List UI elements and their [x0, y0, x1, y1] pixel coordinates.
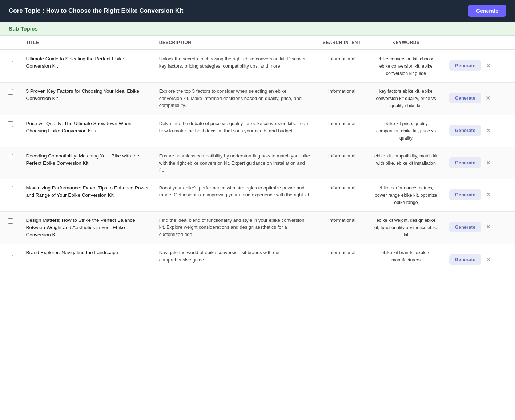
row-checkbox-2[interactable] — [8, 121, 13, 127]
col-header-keywords: KEYWORDS — [368, 36, 444, 50]
row-intent-3: Informational — [315, 147, 368, 179]
row-description-5: Find the ideal blend of functionality an… — [154, 211, 316, 244]
row-actions-2: Generate ✕ — [444, 115, 515, 147]
row-generate-button-4[interactable]: Generate — [449, 189, 481, 200]
table-row: Price vs. Quality: The Ultimate Showdown… — [0, 115, 515, 147]
row-generate-button-1[interactable]: Generate — [449, 93, 481, 103]
row-intent-4: Informational — [315, 179, 368, 211]
row-delete-button-2[interactable]: ✕ — [483, 127, 493, 135]
row-keywords-3: ebike kit compatibility, match kit with … — [368, 147, 444, 179]
row-generate-button-0[interactable]: Generate — [449, 60, 481, 71]
row-intent-2: Informational — [315, 115, 368, 147]
row-intent-0: Informational — [315, 50, 368, 83]
row-actions-0: Generate ✕ — [444, 50, 515, 83]
row-title-3: Decoding Compatibility: Matching Your Bi… — [21, 147, 154, 179]
row-delete-button-6[interactable]: ✕ — [483, 256, 493, 264]
row-keywords-6: ebike kit brands, explore manufacturers — [368, 244, 444, 270]
row-actions-6: Generate ✕ — [444, 244, 515, 270]
row-checkbox-cell — [0, 50, 21, 83]
col-header-search-intent: SEARCH INTENT — [315, 36, 368, 50]
table-row: Ultimate Guide to Selecting the Perfect … — [0, 50, 515, 83]
table-body: Ultimate Guide to Selecting the Perfect … — [0, 50, 515, 270]
row-description-4: Boost your ebike's performance with stra… — [154, 179, 316, 211]
table-row: Decoding Compatibility: Matching Your Bi… — [0, 147, 515, 179]
row-intent-5: Informational — [315, 211, 368, 244]
row-delete-button-5[interactable]: ✕ — [483, 223, 493, 231]
row-actions-3: Generate ✕ — [444, 147, 515, 179]
topics-table-wrapper: TITLE DESCRIPTION SEARCH INTENT KEYWORDS… — [0, 36, 515, 270]
topics-table: TITLE DESCRIPTION SEARCH INTENT KEYWORDS… — [0, 36, 515, 270]
row-checkbox-1[interactable] — [8, 89, 13, 95]
table-row: Design Matters: How to Strike the Perfec… — [0, 211, 515, 244]
row-title-1: 5 Proven Key Factors for Choosing Your I… — [21, 83, 154, 115]
col-header-checkbox — [0, 36, 21, 50]
row-generate-button-5[interactable]: Generate — [449, 222, 481, 232]
row-delete-button-3[interactable]: ✕ — [483, 159, 493, 167]
row-description-0: Unlock the secrets to choosing the right… — [154, 50, 316, 83]
row-generate-button-3[interactable]: Generate — [449, 157, 481, 168]
row-delete-button-4[interactable]: ✕ — [483, 191, 493, 199]
row-keywords-0: ebike conversion kit, choose ebike conve… — [368, 50, 444, 83]
row-intent-1: Informational — [315, 83, 368, 115]
row-delete-button-1[interactable]: ✕ — [483, 94, 493, 102]
row-actions-5: Generate ✕ — [444, 211, 515, 244]
row-keywords-4: ebike performance metrics, power range e… — [368, 179, 444, 211]
table-row: Brand Explorer: Navigating the Landscape… — [0, 244, 515, 270]
row-actions-1: Generate ✕ — [444, 83, 515, 115]
row-keywords-2: ebike kit price, quality comparison ebik… — [368, 115, 444, 147]
row-description-3: Ensure seamless compatibility by underst… — [154, 147, 316, 179]
row-title-6: Brand Explorer: Navigating the Landscape — [21, 244, 154, 270]
table-row: Maximizing Performance: Expert Tips to E… — [0, 179, 515, 211]
row-checkbox-cell — [0, 244, 21, 270]
row-description-6: Navigate the world of ebike conversion k… — [154, 244, 316, 270]
row-delete-button-0[interactable]: ✕ — [483, 62, 493, 70]
row-keywords-1: key factors ebike kit, ebike conversion … — [368, 83, 444, 115]
row-checkbox-cell — [0, 115, 21, 147]
core-topic-title: Core Topic : How to Choose the Right Ebi… — [9, 7, 183, 15]
row-checkbox-0[interactable] — [8, 57, 13, 62]
row-description-2: Delve into the debate of price vs. quali… — [154, 115, 316, 147]
row-title-5: Design Matters: How to Strike the Perfec… — [21, 211, 154, 244]
row-actions-4: Generate ✕ — [444, 179, 515, 211]
row-checkbox-6[interactable] — [8, 251, 13, 256]
subtopics-label: Sub Topics — [9, 25, 38, 32]
row-checkbox-cell — [0, 83, 21, 115]
row-checkbox-5[interactable] — [8, 218, 13, 224]
row-description-1: Explore the top 5 factors to consider wh… — [154, 83, 316, 115]
header-generate-button[interactable]: Generate — [468, 5, 506, 17]
row-keywords-5: ebike kit weight, design ebike kit, func… — [368, 211, 444, 244]
row-checkbox-cell — [0, 211, 21, 244]
row-checkbox-3[interactable] — [8, 154, 13, 159]
row-checkbox-cell — [0, 179, 21, 211]
table-row: 5 Proven Key Factors for Choosing Your I… — [0, 83, 515, 115]
row-title-0: Ultimate Guide to Selecting the Perfect … — [21, 50, 154, 83]
row-title-2: Price vs. Quality: The Ultimate Showdown… — [21, 115, 154, 147]
app-header: Core Topic : How to Choose the Right Ebi… — [0, 0, 515, 22]
row-title-4: Maximizing Performance: Expert Tips to E… — [21, 179, 154, 211]
col-header-description: DESCRIPTION — [154, 36, 316, 50]
row-checkbox-cell — [0, 147, 21, 179]
row-checkbox-4[interactable] — [8, 186, 13, 191]
col-header-actions — [444, 36, 515, 50]
row-generate-button-2[interactable]: Generate — [449, 125, 481, 136]
col-header-title: TITLE — [21, 36, 154, 50]
row-intent-6: Informational — [315, 244, 368, 270]
row-generate-button-6[interactable]: Generate — [449, 254, 481, 265]
table-header: TITLE DESCRIPTION SEARCH INTENT KEYWORDS — [0, 36, 515, 50]
subtopics-bar: Sub Topics — [0, 22, 515, 36]
